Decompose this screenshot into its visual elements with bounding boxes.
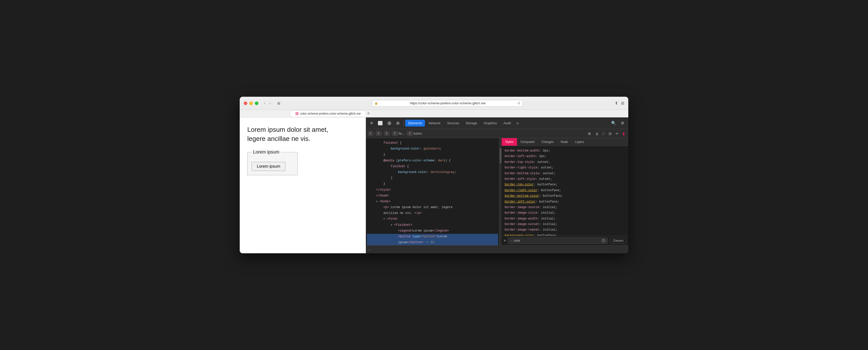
fieldset: Lorem ipsum Lorem ipsum <box>247 149 298 175</box>
dom-line: } <box>367 152 498 157</box>
scrollbar-thumb[interactable] <box>500 148 501 164</box>
reload-button[interactable]: ↺ <box>517 101 520 105</box>
dom-panel[interactable]: fieldset { background-color: gainsboro; … <box>366 138 500 245</box>
inspect-button[interactable] <box>394 120 402 127</box>
minimize-button[interactable] <box>249 101 253 105</box>
device-toggle-button[interactable]: ⬜ <box>376 119 385 127</box>
tab-graphics[interactable]: Graphics <box>481 120 500 126</box>
dom-line: </style> <box>367 187 498 193</box>
sp-name-highlighted: border-bottom-color <box>505 194 539 198</box>
forward-button[interactable]: › <box>268 100 272 107</box>
tab-sources[interactable]: Sources <box>444 120 462 126</box>
breadcrumb-item-1[interactable]: E <box>368 131 373 136</box>
dom-line: ▼ <body> <box>367 199 498 205</box>
sp-name: border-bottom-width <box>505 149 539 152</box>
tab-styles[interactable]: Styles <box>502 138 517 146</box>
style-prop-highlighted: border-top-color: buttonface; <box>504 182 626 187</box>
bc-text-5: button <box>413 132 422 135</box>
close-button[interactable] <box>244 101 247 105</box>
lock-icon: 🔒 <box>374 101 378 105</box>
tab-changes[interactable]: Changes <box>538 138 557 146</box>
breadcrumb-item-4[interactable]: E fie... <box>392 131 404 136</box>
dom-line: ▼ <form> <box>367 216 498 222</box>
bc-element-4[interactable]: E <box>392 131 398 136</box>
main-area: Lorem ipsum dolor sit amet,legere ancill… <box>240 117 628 253</box>
add-style-button[interactable]: + <box>504 238 506 243</box>
tab-overview-button[interactable]: ⊞ <box>275 100 282 106</box>
bc-text-4: fie... <box>399 132 404 135</box>
red-box-tool-button[interactable]: ▮ <box>621 131 626 136</box>
console-input[interactable] <box>372 247 625 251</box>
dom-line: @media (prefers-color-scheme: dark) { <box>367 158 498 164</box>
devtools-close-button[interactable]: ✕ <box>368 119 375 127</box>
tab-node[interactable]: Node <box>557 138 571 146</box>
sp-name: border-image-outset <box>505 223 539 226</box>
tab-network[interactable]: Network <box>426 120 443 126</box>
bc-element-5[interactable]: E <box>407 131 412 136</box>
style-prop: border-image-outset: initial; <box>504 222 626 227</box>
breadcrumb-item-2[interactable]: E <box>376 131 381 136</box>
dom-scrollbar[interactable] <box>500 138 502 245</box>
tab-computed[interactable]: Computed <box>517 138 538 146</box>
bc-element-1[interactable]: E <box>368 131 373 136</box>
maximize-button[interactable] <box>255 101 258 105</box>
grid-tool-button[interactable]: ⊞ <box>586 131 592 136</box>
tab-audit[interactable]: Audit <box>500 120 514 126</box>
more-tabs-button[interactable]: » <box>515 119 521 127</box>
styles-content[interactable]: border-bottom-width: 2px; border-left-wi… <box>502 146 628 236</box>
filter-input[interactable] <box>514 239 600 242</box>
sp-name: border-bottom-style <box>505 172 539 175</box>
dom-line: </head> <box>367 193 498 199</box>
dom-line-selected[interactable]: <button type="button">Lorem <box>367 234 498 240</box>
breadcrumb-tools: ⊞ 🖨 □ ⊟ ✏ ▮ <box>586 131 626 136</box>
new-tab-button[interactable]: ⊞ <box>621 101 624 106</box>
style-prop-highlighted: border-left-color: buttonface; <box>504 199 626 205</box>
filter-clear-button[interactable]: ✕ <box>601 239 606 243</box>
sp-name-highlighted: border-right-color <box>505 188 537 192</box>
bc-element-3[interactable]: E <box>384 131 390 136</box>
dom-line: } <box>367 181 498 187</box>
sp-name: border-image-repeat <box>505 228 539 232</box>
filter-input-wrap: ○ ✕ <box>508 238 608 244</box>
bc-arrow-1: › <box>374 132 375 135</box>
fieldset-button[interactable]: Lorem ipsum <box>252 162 285 171</box>
print-tool-button[interactable]: 🖨 <box>593 131 600 136</box>
element-picker-button[interactable] <box>385 120 393 127</box>
share-button[interactable]: ⬆ <box>615 101 618 106</box>
bc-arrow-2: › <box>382 132 383 135</box>
devtools-settings-button[interactable]: ⚙ <box>619 119 626 127</box>
breadcrumb-item-5[interactable]: E button <box>407 131 422 136</box>
devtools-toolbar: ✕ ⬜ Elements Network <box>366 117 628 129</box>
dom-line: <legend>Lorem ipsum</legend> <box>367 228 498 234</box>
dom-line: fieldset { <box>367 164 498 170</box>
tab-favicon: c <box>296 112 299 115</box>
bc-element-2[interactable]: E <box>376 131 381 136</box>
tab-layers[interactable]: Layers <box>571 138 588 146</box>
new-tab-icon[interactable]: + <box>367 111 370 116</box>
tab-storage[interactable]: Storage <box>463 120 480 126</box>
classes-button[interactable]: Classes <box>610 238 626 243</box>
page-content: Lorem ipsum dolor sit amet,legere ancill… <box>240 117 366 253</box>
devtools-search-button[interactable]: 🔍 <box>609 119 618 127</box>
title-bar-actions: ⬆ ⊞ <box>615 101 624 106</box>
breadcrumb-item-3[interactable]: E <box>384 131 390 136</box>
pencil-tool-button[interactable]: ✏ <box>614 131 620 136</box>
box-tool-button[interactable]: □ <box>601 131 606 136</box>
style-prop: border-top-style: outset; <box>504 159 626 165</box>
style-prop: border-image-slice: initial; <box>504 210 626 216</box>
sp-name: border-image-slice <box>505 211 537 215</box>
sp-name: border-image-width <box>505 217 537 221</box>
styles-tabs: Styles Computed Changes Node Layers <box>502 138 628 146</box>
nav-buttons: ‹ › <box>262 100 272 107</box>
style-prop-highlighted: background-color: buttonface; <box>504 233 626 236</box>
boxes-tool-button[interactable]: ⊟ <box>607 131 613 136</box>
url-bar[interactable]: 🔒 https://color-scheme-prefers-color-sch… <box>372 100 523 107</box>
dom-line: } <box>367 175 498 181</box>
active-tab[interactable]: c color-scheme-prefers-color-scheme.glit… <box>290 111 366 116</box>
style-prop: border-image-source: initial; <box>504 205 626 210</box>
back-button[interactable]: ‹ <box>262 100 267 107</box>
tab-elements[interactable]: Elements <box>405 120 425 126</box>
styles-filter-bar: + ○ ✕ Classes <box>502 236 628 245</box>
dom-line-selected-2[interactable]: ipsum</button> == $0 <box>367 240 498 245</box>
style-prop: border-image-repeat: initial; <box>504 227 626 233</box>
